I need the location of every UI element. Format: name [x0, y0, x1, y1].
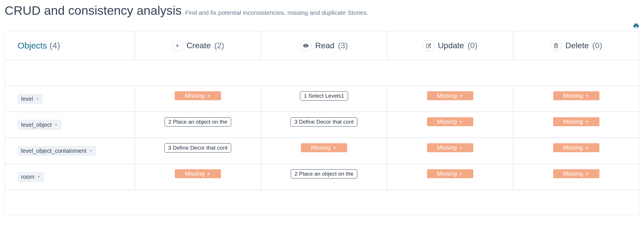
story-chip[interactable]: 2 Place an object on the: [291, 169, 357, 178]
missing-button[interactable]: Missing: [427, 169, 473, 178]
plus-icon: [585, 172, 589, 176]
plus-icon: [206, 94, 211, 98]
page-header: CRUD and consistency analysis Find and f…: [5, 3, 639, 18]
plus-icon: [459, 120, 463, 124]
eye-icon: [300, 40, 312, 51]
missing-label: Missing: [563, 144, 583, 151]
missing-button[interactable]: Missing: [427, 143, 473, 152]
object-pill[interactable]: level_object_containment: [18, 146, 96, 156]
plus-icon: [172, 40, 183, 51]
missing-button[interactable]: Missing: [553, 91, 599, 100]
crud-table: Objects (4) Create (2) Read: [5, 31, 639, 216]
plus-icon: [585, 120, 589, 124]
plus-icon: [585, 94, 589, 98]
plus-icon: [459, 146, 463, 150]
plus-icon: [459, 94, 463, 98]
object-pill[interactable]: room: [18, 172, 44, 182]
column-header-read[interactable]: Read (3): [261, 31, 387, 60]
story-chip[interactable]: 3 Define Decor that cont: [164, 143, 231, 153]
table-row: level Missing 1 Select Levels1 Missing: [5, 86, 639, 112]
missing-label: Missing: [437, 170, 457, 177]
column-count: (2): [214, 41, 224, 50]
plus-icon: [332, 146, 337, 150]
trash-icon: [550, 40, 562, 51]
column-header-create[interactable]: Create (2): [135, 31, 261, 60]
plus-icon: [585, 146, 589, 150]
missing-button[interactable]: Missing: [553, 117, 599, 126]
column-count: (3): [338, 41, 348, 50]
chevron-down-icon: [37, 175, 41, 179]
table-row: room Missing 2 Place an object on the Mi…: [5, 164, 639, 190]
table-row: level_object 2 Place an object on the 3 …: [5, 112, 639, 138]
column-label: Update: [438, 41, 464, 50]
missing-label: Missing: [563, 170, 583, 177]
object-label: level_object: [21, 122, 52, 128]
object-label: level: [21, 96, 33, 102]
missing-button[interactable]: Missing: [427, 117, 473, 126]
plus-icon: [206, 172, 211, 176]
column-count: (0): [468, 41, 477, 50]
object-pill[interactable]: level_object: [18, 120, 62, 130]
missing-label: Missing: [437, 92, 457, 99]
object-label: room: [21, 174, 34, 180]
page-subtitle: Find and fix potential inconsistencies, …: [185, 9, 368, 16]
missing-button[interactable]: Missing: [175, 91, 221, 100]
column-count: (4): [49, 41, 60, 50]
story-chip[interactable]: 1 Select Levels1: [300, 91, 348, 101]
story-chip[interactable]: 3 Define Decor that cont: [290, 117, 357, 127]
page-title: CRUD and consistency analysis: [5, 3, 182, 18]
table-header-row: Objects (4) Create (2) Read: [5, 31, 639, 60]
missing-label: Missing: [185, 170, 205, 177]
column-label: Create: [187, 41, 211, 50]
missing-label: Missing: [437, 118, 457, 125]
missing-button[interactable]: Missing: [427, 91, 473, 100]
missing-button[interactable]: Missing: [553, 169, 599, 178]
table-footer-row: [5, 190, 639, 216]
column-count: (0): [592, 41, 602, 50]
edit-icon: [423, 40, 435, 51]
column-label: Objects: [18, 41, 47, 50]
missing-label: Missing: [185, 92, 205, 99]
missing-button[interactable]: Missing: [301, 143, 347, 152]
missing-button[interactable]: Missing: [553, 143, 599, 152]
object-pill[interactable]: level: [18, 94, 43, 104]
column-label: Read: [315, 41, 334, 50]
column-header-delete[interactable]: Delete (0): [513, 31, 639, 60]
column-label: Delete: [565, 41, 589, 50]
plus-icon: [459, 172, 463, 176]
missing-label: Missing: [437, 144, 457, 151]
chevron-down-icon: [35, 97, 39, 101]
missing-label: Missing: [311, 144, 331, 151]
missing-label: Missing: [563, 118, 583, 125]
missing-label: Missing: [563, 92, 583, 99]
chevron-down-icon: [89, 149, 93, 153]
column-header-update[interactable]: Update (0): [387, 31, 513, 60]
missing-button[interactable]: Missing: [175, 169, 221, 178]
chevron-down-icon: [54, 123, 58, 127]
table-row: level_object_containment 3 Define Decor …: [5, 138, 639, 164]
object-label: level_object_containment: [21, 148, 87, 154]
story-chip[interactable]: 2 Place an object on the: [165, 117, 231, 127]
column-header-objects[interactable]: Objects (4): [5, 31, 135, 60]
print-icon[interactable]: [633, 23, 639, 30]
